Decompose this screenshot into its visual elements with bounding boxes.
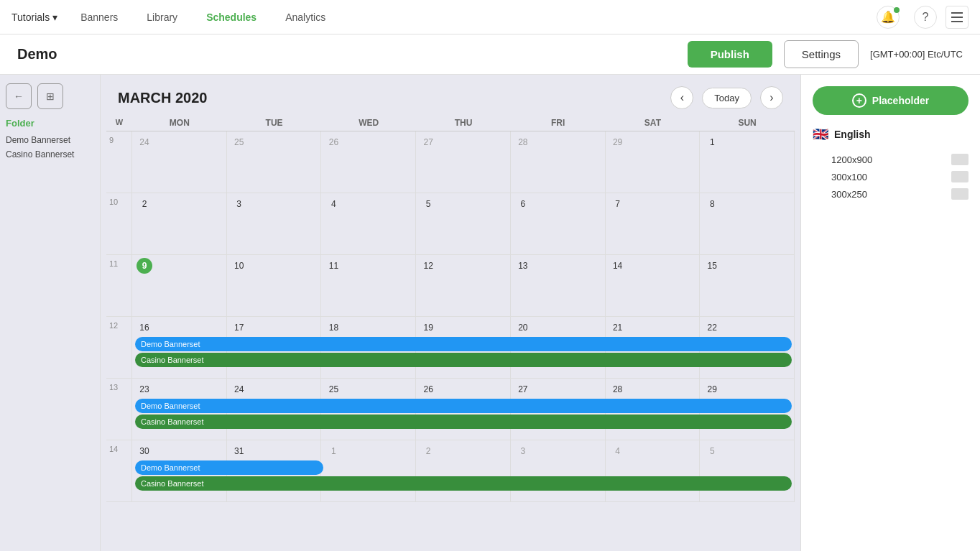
week-num-12: 12	[106, 317, 132, 378]
cal-day-12[interactable]: 12	[416, 255, 511, 316]
help-button[interactable]: ?	[914, 6, 937, 29]
cal-day-13[interactable]: 13	[511, 255, 606, 316]
cal-day-10[interactable]: 10	[227, 255, 322, 316]
tutorials-dropdown[interactable]: Tutorials ▾	[11, 11, 57, 23]
cal-day-1-mar[interactable]: 1	[700, 131, 795, 193]
week-num-9: 9	[106, 131, 132, 193]
week-num-10: 10	[106, 193, 132, 254]
cal-day-4-apr[interactable]: 4	[606, 440, 701, 501]
size-label-1200x900: 1200x900	[831, 154, 872, 165]
event-casino-week13[interactable]: Casino Bannerset	[135, 415, 792, 429]
main-content: ← ⊞ Folder Demo Bannerset Casino Banners…	[0, 75, 980, 551]
col-header-fri: Fri	[511, 115, 606, 131]
col-header-mon: Mon	[132, 115, 227, 131]
toolbar-row: Demo Publish Settings [GMT+00:00] Etc/UT…	[0, 34, 980, 75]
nav-analytics[interactable]: Analytics	[279, 9, 331, 26]
notification-dot	[894, 7, 900, 13]
cal-day-1-apr[interactable]: 1	[321, 440, 416, 501]
hamburger-menu-button[interactable]	[946, 6, 969, 29]
publish-button[interactable]: Publish	[688, 41, 772, 68]
calendar-week-12: 12 16 17 18 19 20 21 22 Demo Bannerset C…	[106, 317, 795, 379]
hamburger-line	[951, 17, 963, 18]
calendar-week-14: 14 30 31 1 2 3 4 5 Demo Bannerset Casino…	[106, 440, 795, 502]
week-num-11: 11	[106, 255, 132, 316]
sidebar-item-casino[interactable]: Casino Bannerset	[6, 147, 94, 162]
calendar-week-13: 13 23 24 25 26 27 28 29 Demo Bannerset C…	[106, 379, 795, 440]
cal-day-8[interactable]: 8	[700, 193, 795, 254]
cal-day-3[interactable]: 3	[227, 193, 322, 254]
cal-day-2[interactable]: 2	[132, 193, 227, 254]
calendar-month-title: MARCH 2020	[118, 90, 662, 106]
sidebar-icon-left[interactable]: ←	[6, 83, 32, 109]
page-title: Demo	[17, 46, 676, 62]
calendar-week-10: 10 2 3 4 5 6 7 8	[106, 193, 795, 255]
cal-day-7[interactable]: 7	[606, 193, 701, 254]
settings-button[interactable]: Settings	[784, 40, 859, 68]
calendar-area: MARCH 2020 ‹ Today › W Mon Tue Wed Thu F…	[101, 75, 800, 551]
tutorials-label: Tutorials	[11, 11, 50, 23]
cal-day-4[interactable]: 4	[321, 193, 416, 254]
nav-schedules[interactable]: Schedules	[200, 9, 262, 26]
cal-day-9-today[interactable]: 9	[132, 255, 227, 316]
timezone-label: [GMT+00:00] Etc/UTC	[870, 49, 963, 60]
size-row-1200x900[interactable]: 1200x900	[831, 151, 969, 168]
cal-day-3-apr[interactable]: 3	[511, 440, 606, 501]
event-casino-week14[interactable]: Casino Bannerset	[135, 476, 792, 491]
top-nav: Tutorials ▾ Banners Library Schedules An…	[0, 0, 980, 34]
right-panel: + Placeholder 🇬🇧 English 1200x900 300x10…	[800, 75, 980, 551]
cal-day-27[interactable]: 27	[416, 131, 511, 193]
cal-day-14[interactable]: 14	[606, 255, 701, 316]
size-label-300x250: 300x250	[831, 189, 867, 200]
cal-day-29[interactable]: 29	[606, 131, 701, 193]
size-label-300x100: 300x100	[831, 172, 867, 182]
event-demo-week14-partial[interactable]: Demo Bannerset	[135, 460, 323, 475]
placeholder-label: Placeholder	[872, 95, 929, 106]
cal-day-15[interactable]: 15	[700, 255, 795, 316]
calendar-next-button[interactable]: ›	[760, 86, 783, 109]
calendar-week-9: 9 24 25 26 27 28 29 1	[106, 131, 795, 193]
cal-day-28[interactable]: 28	[511, 131, 606, 193]
cal-day-11[interactable]: 11	[321, 255, 416, 316]
col-header-sun: Sun	[700, 115, 795, 131]
cal-day-26[interactable]: 26	[321, 131, 416, 193]
cal-day-24[interactable]: 24	[132, 131, 227, 193]
calendar-header: MARCH 2020 ‹ Today ›	[101, 75, 800, 115]
col-header-tue: Tue	[227, 115, 322, 131]
calendar-today-button[interactable]: Today	[702, 88, 752, 108]
plus-icon: +	[852, 93, 866, 108]
col-header-week: W	[106, 115, 132, 131]
cal-day-5-apr[interactable]: 5	[700, 440, 795, 501]
cal-day-6[interactable]: 6	[511, 193, 606, 254]
language-row: 🇬🇧 English	[813, 126, 969, 142]
flag-icon: 🇬🇧	[813, 126, 828, 142]
calendar-grid: W Mon Tue Wed Thu Fri Sat Sun 9 24 25 26…	[101, 115, 800, 502]
event-casino-week12[interactable]: Casino Bannerset	[135, 353, 792, 367]
col-header-wed: Wed	[321, 115, 416, 131]
cal-day-5[interactable]: 5	[416, 193, 511, 254]
sidebar-folder-label: Folder	[6, 118, 94, 129]
nav-icons-group: 🔔 ?	[877, 6, 969, 29]
event-demo-week13[interactable]: Demo Bannerset	[135, 399, 792, 413]
hamburger-line	[951, 21, 963, 22]
nav-banners[interactable]: Banners	[75, 9, 124, 26]
language-name: English	[834, 129, 871, 140]
col-header-thu: Thu	[416, 115, 511, 131]
size-row-300x250[interactable]: 300x250	[831, 185, 969, 203]
cal-day-25[interactable]: 25	[227, 131, 322, 193]
cal-day-2-apr[interactable]: 2	[416, 440, 511, 501]
sidebar-icons: ← ⊞	[6, 83, 94, 109]
week-num-14: 14	[106, 440, 132, 501]
size-row-300x100[interactable]: 300x100	[831, 168, 969, 185]
calendar-prev-button[interactable]: ‹	[670, 86, 693, 109]
col-header-sat: Sat	[606, 115, 701, 131]
sidebar-icon-grid[interactable]: ⊞	[37, 83, 63, 109]
size-thumb-300x250	[951, 188, 969, 200]
placeholder-button[interactable]: + Placeholder	[813, 86, 969, 115]
size-thumb-300x100	[951, 171, 969, 182]
sidebar: ← ⊞ Folder Demo Bannerset Casino Banners…	[0, 75, 101, 551]
nav-library[interactable]: Library	[141, 9, 183, 26]
calendar-week-11: 11 9 10 11 12 13 14 15	[106, 255, 795, 317]
event-demo-week12[interactable]: Demo Bannerset	[135, 337, 792, 351]
hamburger-line	[951, 12, 963, 14]
sidebar-item-demo[interactable]: Demo Bannerset	[6, 133, 94, 147]
